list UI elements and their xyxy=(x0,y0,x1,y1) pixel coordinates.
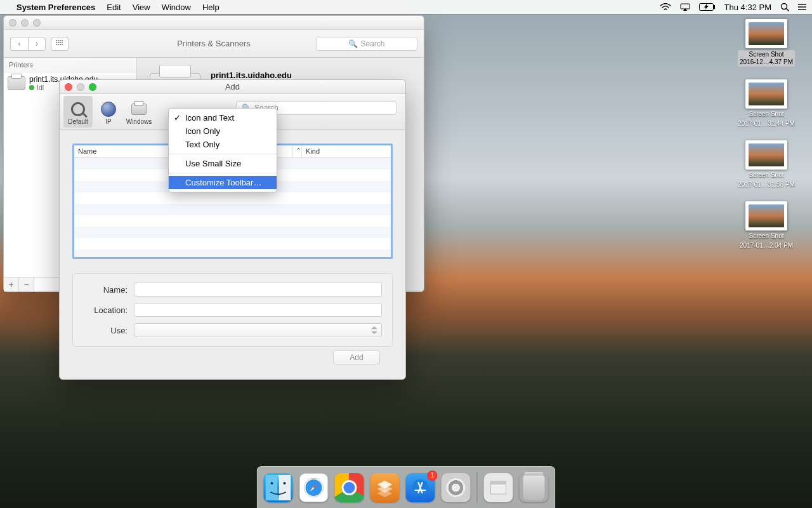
svg-point-8 xyxy=(798,4,799,5)
toolbar-context-menu: Icon and Text Icon Only Text Only Use Sm… xyxy=(168,108,277,192)
globe-icon xyxy=(101,102,116,117)
menubar-clock[interactable]: Thu 4:32 PM xyxy=(724,3,771,12)
zoom-traffic-light[interactable] xyxy=(33,19,41,27)
sidebar-header: Printers xyxy=(4,58,136,72)
menu-use-small-size[interactable]: Use Small Size xyxy=(169,157,277,170)
prefs-toolbar: ‹ › Printers & Scanners 🔍 Search xyxy=(4,30,424,58)
svg-rect-17 xyxy=(491,481,506,485)
menubar: System Preferences Edit View Window Help… xyxy=(0,0,812,14)
show-all-button[interactable] xyxy=(51,37,69,51)
screenshot-thumbnail-icon xyxy=(745,79,787,109)
menubar-item-help[interactable]: Help xyxy=(202,3,219,12)
forward-button[interactable]: › xyxy=(28,37,46,51)
svg-point-10 xyxy=(798,9,799,10)
battery-icon[interactable] xyxy=(699,3,716,11)
screenshot-thumbnail-icon xyxy=(745,201,787,231)
name-label: Name: xyxy=(83,285,128,295)
svg-point-9 xyxy=(798,6,799,8)
dock-chrome-icon[interactable] xyxy=(335,473,364,502)
printer-form: Name: Location: Use: xyxy=(72,273,393,347)
desktop-file[interactable]: Screen Shot2017-01…2.04 PM xyxy=(728,201,804,250)
sort-indicator-icon[interactable]: ˄ xyxy=(293,145,302,157)
svg-point-11 xyxy=(271,482,273,485)
column-kind[interactable]: Kind xyxy=(302,145,391,157)
location-input[interactable] xyxy=(134,303,382,317)
dock: 1 xyxy=(257,466,556,508)
menubar-item-window[interactable]: Window xyxy=(162,3,191,12)
status-dot-icon xyxy=(29,85,34,90)
desktop-file[interactable]: Screen Shot2016-12…4.37 PM xyxy=(728,19,804,67)
airplay-icon[interactable] xyxy=(680,3,690,11)
dock-badge: 1 xyxy=(428,471,438,481)
menubar-item-edit[interactable]: Edit xyxy=(107,3,121,12)
dock-trash-icon[interactable] xyxy=(520,473,549,502)
screenshot-thumbnail-icon xyxy=(745,140,787,170)
window-title: Add xyxy=(225,82,240,91)
minimize-traffic-light[interactable] xyxy=(21,19,29,27)
desktop-file[interactable]: Screen Shot2017-01…31.44 PM xyxy=(728,79,804,128)
close-traffic-light[interactable] xyxy=(65,83,72,91)
desktop-icons: Screen Shot2016-12…4.37 PM Screen Shot20… xyxy=(728,19,804,250)
svg-rect-0 xyxy=(681,4,690,9)
menu-icon-only[interactable]: Icon Only xyxy=(169,124,277,138)
dock-downloads-icon[interactable] xyxy=(484,473,513,502)
minimize-traffic-light[interactable] xyxy=(77,83,84,91)
printer-icon xyxy=(131,104,147,115)
svg-line-4 xyxy=(787,9,789,11)
window-titlebar[interactable]: Add xyxy=(60,80,405,94)
menu-separator xyxy=(169,154,277,154)
menubar-app[interactable]: System Preferences xyxy=(16,3,95,12)
location-label: Location: xyxy=(83,305,128,315)
toolbar-default[interactable]: Default xyxy=(63,96,93,128)
add-printer-button[interactable]: + xyxy=(4,277,19,291)
use-label: Use: xyxy=(83,326,128,335)
prefs-search-field[interactable]: 🔍 Search xyxy=(316,37,417,51)
menu-text-only[interactable]: Text Only xyxy=(169,138,277,151)
close-traffic-light[interactable] xyxy=(9,19,16,27)
printer-icon xyxy=(8,76,25,90)
add-button[interactable]: Add xyxy=(333,351,380,364)
magnifier-icon xyxy=(71,102,85,116)
dock-separator xyxy=(477,472,478,503)
notification-center-icon[interactable] xyxy=(798,3,807,11)
svg-point-12 xyxy=(284,482,286,485)
trash-icon xyxy=(523,475,545,500)
use-select[interactable] xyxy=(134,323,382,337)
dock-finder-icon[interactable] xyxy=(264,473,293,502)
desktop-file[interactable]: Screen Shot2017-01…31.58 PM xyxy=(728,140,804,189)
menu-icon-and-text[interactable]: Icon and Text xyxy=(169,111,277,124)
search-icon: 🔍 xyxy=(348,39,358,48)
toolbar-windows[interactable]: Windows xyxy=(124,96,154,128)
svg-point-3 xyxy=(782,4,787,10)
spotlight-icon[interactable] xyxy=(780,3,789,11)
menu-customize-toolbar[interactable]: Customize Toolbar… xyxy=(169,176,277,189)
gear-icon xyxy=(447,478,466,497)
svg-rect-2 xyxy=(714,5,715,9)
back-button[interactable]: ‹ xyxy=(10,37,28,51)
dock-app-icon[interactable] xyxy=(370,473,400,502)
dock-safari-icon[interactable] xyxy=(299,473,329,502)
menubar-item-view[interactable]: View xyxy=(133,3,150,12)
wifi-icon[interactable] xyxy=(660,3,671,11)
remove-printer-button[interactable]: − xyxy=(19,277,34,291)
menu-separator xyxy=(169,173,277,173)
zoom-traffic-light[interactable] xyxy=(89,83,96,91)
screenshot-thumbnail-icon xyxy=(745,19,787,48)
name-input[interactable] xyxy=(134,283,382,297)
window-titlebar[interactable] xyxy=(4,16,424,30)
dock-sysprefs-icon[interactable] xyxy=(442,473,471,502)
toolbar-ip[interactable]: IP xyxy=(94,96,123,128)
